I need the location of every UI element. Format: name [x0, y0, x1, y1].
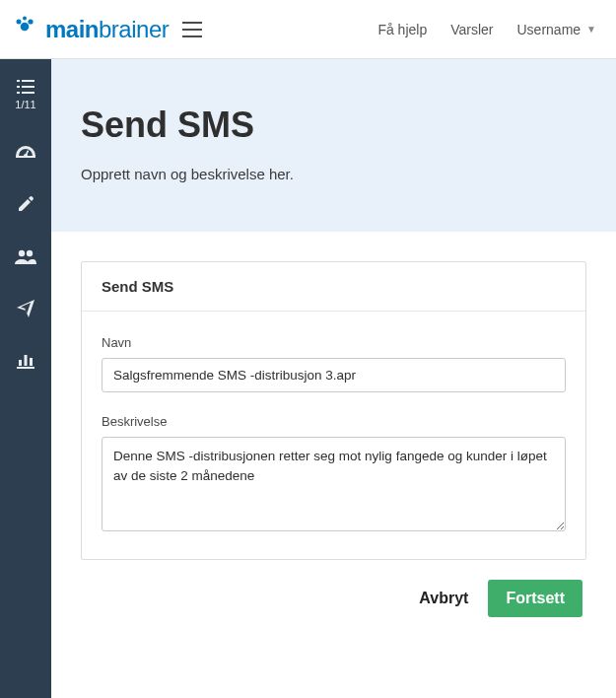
svg-point-3 — [21, 22, 30, 31]
continue-button[interactable]: Fortsett — [488, 580, 582, 617]
svg-rect-10 — [22, 86, 34, 88]
alerts-link[interactable]: Varsler — [450, 22, 493, 37]
svg-rect-9 — [17, 86, 20, 88]
users-icon — [15, 248, 36, 266]
name-label: Navn — [102, 335, 566, 350]
form-actions: Avbryt Fortsett — [81, 560, 586, 633]
sidebar: 1/11 — [0, 59, 51, 698]
svg-point-16 — [27, 250, 33, 256]
svg-rect-4 — [182, 22, 202, 24]
description-label: Beskrivelse — [102, 414, 566, 429]
svg-rect-8 — [22, 80, 34, 82]
page-title: Send SMS — [81, 105, 586, 146]
svg-rect-18 — [19, 360, 22, 366]
svg-rect-17 — [17, 367, 34, 369]
sidebar-item-dashboard[interactable] — [8, 144, 43, 162]
svg-point-1 — [23, 16, 27, 20]
logo-dots-icon — [12, 14, 39, 45]
svg-rect-11 — [17, 92, 20, 94]
topbar: mainbrainer Få hjelp Varsler Username ▼ — [0, 0, 616, 59]
user-menu[interactable]: Username ▼ — [517, 22, 597, 37]
steps-indicator-label: 1/11 — [15, 99, 35, 110]
username-label: Username — [517, 22, 582, 37]
sidebar-item-steps[interactable]: 1/11 — [8, 79, 43, 110]
sidebar-item-analytics[interactable] — [8, 353, 43, 371]
cancel-button[interactable]: Avbryt — [419, 590, 468, 607]
pencil-icon — [17, 195, 34, 215]
main-content: Send SMS Opprett navn og beskrivelse her… — [51, 59, 616, 698]
chevron-down-icon: ▼ — [586, 24, 596, 35]
gauge-icon — [16, 144, 35, 162]
logo-text: mainbrainer — [45, 16, 169, 43]
svg-rect-6 — [182, 35, 202, 37]
app-logo[interactable]: mainbrainer — [12, 14, 169, 45]
page-subtitle: Opprett navn og beskrivelse her. — [81, 166, 586, 182]
svg-point-15 — [19, 250, 25, 256]
card-header: Send SMS — [82, 262, 585, 312]
svg-rect-12 — [22, 92, 34, 94]
page-hero: Send SMS Opprett navn og beskrivelse her… — [51, 59, 616, 232]
sidebar-item-send[interactable] — [8, 300, 43, 319]
sidebar-item-users[interactable] — [8, 248, 43, 266]
svg-rect-5 — [182, 29, 202, 31]
svg-rect-20 — [30, 358, 33, 366]
topbar-links: Få hjelp Varsler Username ▼ — [377, 22, 596, 37]
chart-icon — [17, 353, 34, 371]
menu-toggle-icon[interactable] — [182, 22, 202, 37]
svg-point-0 — [17, 19, 22, 24]
form-card: Send SMS Navn Beskrivelse — [81, 261, 586, 560]
list-icon — [17, 79, 34, 97]
help-link[interactable]: Få hjelp — [377, 22, 427, 37]
svg-rect-7 — [17, 80, 20, 82]
description-input[interactable] — [102, 437, 566, 531]
name-input[interactable] — [102, 358, 566, 392]
svg-rect-19 — [25, 355, 28, 366]
sidebar-item-edit[interactable] — [8, 195, 43, 215]
paper-plane-icon — [17, 300, 34, 319]
svg-rect-14 — [26, 150, 30, 155]
svg-point-2 — [28, 19, 33, 24]
